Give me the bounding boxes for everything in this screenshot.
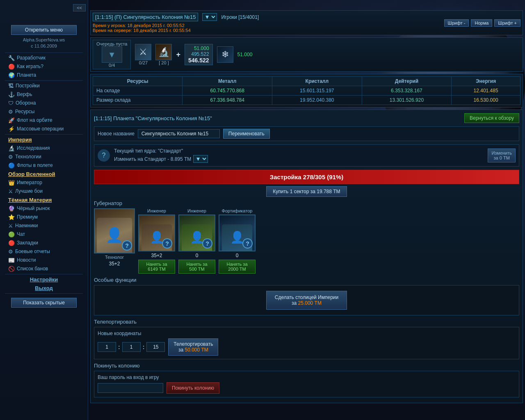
sidebar-item-banlist[interactable]: 🚫 Список банов [5,265,83,273]
sidebar-item-developer[interactable]: 🔧 Разработчик [5,54,83,62]
gov-fortifier-hire: Фортификатор 👤 ? 0 Нанять за2000 ТМ [219,208,256,274]
ban-icon: 🚫 [8,266,15,272]
teleport-row: : : Телепортироватьза 50.000 ТМ [98,338,516,356]
special-functions-box: Сделать столицей Империиза 25.000 ТМ [94,285,519,315]
row-stored: На складе 60.745.770.868 15.601.315.197 … [93,86,520,96]
buy-sector-button[interactable]: Купить 1 сектор за 19.788 ТМ [266,186,347,197]
leave-colony-button[interactable]: Покинуть колонию [167,382,219,394]
sidebar-divider-1 [5,52,83,53]
back-to-overview-button[interactable]: Вернуться к обзору [464,113,519,123]
password-label: Ваш пароль на вход в игру [98,374,516,380]
font-normal-button[interactable]: Норма [471,19,492,27]
password-input[interactable] [98,383,163,393]
sidebar-item-fleets-flight[interactable]: 🔵 Флоты в полете [5,161,83,170]
sidebar-item-premium[interactable]: ⭐ Премиум [5,213,83,221]
sidebar-item-defense[interactable]: 🛡 Оборона [5,99,83,107]
sidebar-item-mass-ops[interactable]: ⚡ Массовые операции [5,125,83,133]
show-hidden-button[interactable]: Показать скрытые [11,298,77,308]
row-capacity: Размер склада 67.336.948.784 19.952.040.… [93,96,520,105]
gov-fortifier-badge: ? [242,238,253,249]
gov-hire-engineer2-button[interactable]: Нанять за500 ТМ [178,260,215,274]
gov-engineer1-badge: ? [162,238,172,249]
resources-table: Ресурсы Металл Кристалл Дейтерий Энергия… [93,76,520,105]
sidebar-item-construction[interactable]: 🏗 Постройки [5,82,83,90]
sidebar-settings[interactable]: Настройки [5,275,83,284]
sidebar-divider-3 [5,134,83,135]
font-plus-button[interactable]: Шрифт + [494,19,520,27]
shipyard-icon: ⚓ [8,91,15,98]
energy-stored: 12.401.485 [452,86,520,96]
research-icon: 🔬 [8,145,15,151]
player-time: Время у игрока: 18 декабря 2015 г. 00:55… [93,23,444,28]
gov-engineer-hire2: Инженер 👤 ? 0 Нанять за500 ТМ [178,208,215,274]
sidebar-item-best-battles[interactable]: ⚔ Лучшие бои [5,187,83,196]
teleport-button[interactable]: Телепортироватьза 50.000 ТМ [168,338,218,356]
coord-sep-1: : [118,344,120,350]
sidebar-item-emperor[interactable]: 👑 Император [5,178,83,187]
core-dropdown[interactable]: ▼ [193,155,208,163]
premium-icon: ⭐ [8,214,15,220]
sidebar-item-shipyard[interactable]: ⚓ Верфь [5,90,83,99]
gov-portrait-engineer2: 👤 ? [178,215,215,251]
resource-numbers: 51.000 495.522 546.522 [188,46,209,64]
sidebar-item-howtoplay[interactable]: 🔴 Как играть? [5,62,83,71]
core-change-button[interactable]: Изменить за 0 ТМ [488,148,516,162]
sidebar-item-resources[interactable]: ⚙ Ресурсы [5,107,83,116]
gov-hire-fortifier-button[interactable]: Нанять за2000 ТМ [219,260,256,274]
hire-label1: Нанять за6149 ТМ [146,262,167,272]
resource-counter: 51.000 495.522 546.522 [185,44,213,65]
gov-technolog-badge: ? [122,240,132,251]
emperor-icon: 👑 [8,180,15,186]
coord-input-3[interactable] [146,342,165,352]
main-content: [1:1:15] (П) Сингулярность Колония №15 ▼… [88,8,525,420]
special-functions-title: Особые функции [94,277,519,283]
sidebar-item-universe[interactable]: Обзор Вселенной [5,170,83,178]
coord-input-1[interactable] [98,342,116,352]
chat-icon: 🟢 [8,231,15,237]
time-block: Время у игрока: 18 декабря 2015 г. 00:55… [93,23,444,33]
sidebar-item-black-market[interactable]: 🔮 Чёрный рынок [5,204,83,213]
sidebar-item-dark-matter[interactable]: Тёмная Материя [5,196,83,204]
sidebar-item-bookmarks[interactable]: 🔴 Закладки [5,239,83,247]
sidebar-item-research[interactable]: 🔬 Исследования [5,144,83,153]
crystal-stored: 15.601.315.197 [272,86,362,96]
font-minus-button[interactable]: Шрифт - [444,19,469,27]
sidebar-item-planet[interactable]: 🌍 Планета [5,71,83,80]
core-type-row: ? Текущий тип ядра: "Стандарт" Изменить … [94,144,519,167]
sidebar-item-empire[interactable]: Империя [5,135,83,144]
core-info: Текущий тип ядра: "Стандарт" Изменить на… [114,148,484,163]
make-capital-button[interactable]: Сделать столицей Империиза 25.000 ТМ [266,291,347,310]
plus-sign: + [176,50,180,59]
coord-input-2[interactable] [122,342,141,352]
fleet-orbit-icon: 🚀 [8,117,15,123]
sidebar-item-fleet-orbit[interactable]: 🚀 Флот на орбите [5,116,83,125]
col-crystal: Кристалл [272,77,362,86]
deut-cap: 13.301.526.920 [362,96,452,105]
user-info: Alpha.SuperNova.ws с 11.06.2009 [23,37,65,50]
gov-portrait-fortifier: 👤 ? [219,215,256,251]
fleets-flight-icon: 🔵 [8,162,15,169]
font-controls: Шрифт - Норма Шрифт + [444,19,520,27]
sidebar-item-news[interactable]: 📰 Новости [5,256,83,265]
sidebar-item-chat[interactable]: 🟢 Чат [5,230,83,239]
battles-icon: ⚔ [8,188,13,194]
header-panel: [1:1:15] (П) Сингулярность Колония №15 ▼… [90,10,523,35]
sidebar-item-tech[interactable]: ⚙ Технологии [5,153,83,161]
collapse-button[interactable]: << [73,4,86,11]
fleet-icon: ⚔ [135,44,151,60]
sidebar: << Откpепить меню Alpha.SuperNova.ws с 1… [0,0,88,420]
deut-stored: 6.353.328.167 [362,86,452,96]
sidebar-item-mercs[interactable]: ⚔ Наемники [5,221,83,230]
research-icon-block: 🔬 [ 20 ] [155,44,172,65]
sidebar-item-battle-reports[interactable]: ⚙ Боевые отчеты [5,247,83,256]
open-menu-button[interactable]: Откpепить меню [11,25,77,35]
planet-dropdown[interactable]: ▼ [202,13,217,21]
rename-input[interactable] [138,129,220,138]
sidebar-logout[interactable]: Выход [5,284,83,292]
teleport-section-title: Телепортировать [94,319,519,325]
gov-technolog-title: Технолог [105,255,124,260]
gov-hire-engineer1-button[interactable]: Нанять за6149 ТМ [138,260,175,274]
rename-button[interactable]: Переименовать [223,129,270,139]
leave-colony-title: Покинуть колонию [94,363,519,369]
construction-icon: 🏗 [8,83,14,89]
